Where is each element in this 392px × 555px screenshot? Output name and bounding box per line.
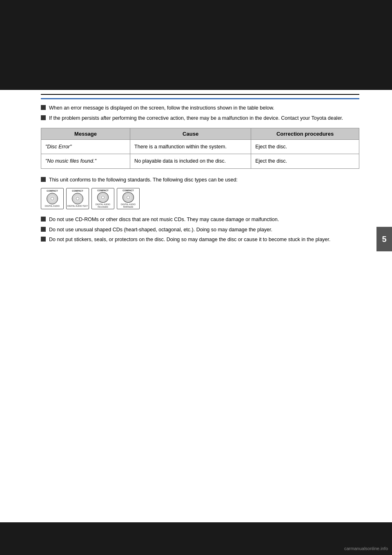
bullet-row-5: Do not use unusual shaped CDs (heart-sha… (41, 226, 359, 234)
cd-logo-3-top: COMPACT (97, 189, 108, 192)
cell-correction-1: Eject the disc. (251, 139, 359, 154)
bullet-row-6: Do not put stickers, seals, or protector… (41, 236, 359, 244)
cd-logo-2: COMPACT DIGITAL AUDIO TEXT (66, 188, 89, 209)
bullet-icon-disc (41, 177, 46, 182)
bullet-section-disc: This unit conforms to the following stan… (41, 176, 359, 184)
cd-logo-4-disc (122, 192, 134, 202)
content-area: When an error message is displayed on th… (0, 90, 392, 264)
cd-logo-3-bottom: DIGITAL AUDIO Recordable (93, 203, 113, 208)
cd-logo-4-bottom: DIGITAL AUDIO ReWritable (118, 203, 138, 208)
cd-logo-2-top: COMPACT (72, 190, 83, 192)
bullet-section-notes: Do not use CD-ROMs or other discs that a… (41, 216, 359, 244)
side-tab-number: 5 (376, 227, 392, 251)
page-container: 5 When an error message is displayed on … (0, 0, 392, 555)
cd-logo-1: COMPACT DIGITAL AUDIO (41, 188, 64, 209)
bullet-icon-4 (41, 217, 46, 222)
bullet-row-1: When an error message is displayed on th… (41, 104, 359, 112)
bullet-text-2: If the problem persists after performing… (49, 114, 359, 122)
bullet-text-disc: This unit conforms to the following stan… (49, 176, 359, 184)
cell-cause-2: No playable data is included on the disc… (130, 154, 251, 169)
bullet-text-6: Do not put stickers, seals, or protector… (49, 236, 359, 244)
col-header-cause: Cause (130, 128, 251, 139)
cd-logo-3-disc (97, 192, 109, 202)
col-header-correction: Correction procedures (251, 128, 359, 139)
cd-logo-1-top: COMPACT (47, 190, 58, 192)
bullet-text-5: Do not use unusual shaped CDs (heart-sha… (49, 226, 359, 234)
bullet-icon-2 (41, 115, 46, 120)
top-black-bar (0, 0, 392, 90)
bullet-row-4: Do not use CD-ROMs or other discs that a… (41, 216, 359, 224)
bullet-row-disc: This unit conforms to the following stan… (41, 176, 359, 184)
bullet-icon-1 (41, 105, 46, 110)
cd-logos-container: COMPACT DIGITAL AUDIO COMPACT DIGITAL AU… (41, 188, 359, 209)
cd-logo-2-bottom: DIGITAL AUDIO TEXT (67, 205, 88, 207)
table-header-row: Message Cause Correction procedures (41, 128, 359, 139)
bottom-black-bar: carmanualsonline.info (0, 522, 392, 555)
cd-logo-4: COMPACT DIGITAL AUDIO ReWritable (117, 188, 140, 209)
col-header-message: Message (41, 128, 130, 139)
bullet-text-1: When an error message is displayed on th… (49, 104, 359, 112)
cell-cause-1: There is a malfunction within the system… (130, 139, 251, 154)
cd-logo-3: COMPACT DIGITAL AUDIO Recordable (91, 188, 114, 209)
top-rule (41, 94, 359, 95)
cd-logo-1-disc (47, 193, 58, 204)
blue-rule (41, 98, 359, 99)
bullet-text-4: Do not use CD-ROMs or other discs that a… (49, 216, 359, 224)
cd-logo-2-disc (72, 193, 83, 204)
error-table: Message Cause Correction procedures "Dis… (41, 128, 359, 169)
cd-logo-4-top: COMPACT (122, 189, 134, 192)
bullet-icon-5 (41, 227, 46, 232)
cell-message-1: "Disc Error" (41, 139, 130, 154)
cell-message-2: "No music files found." (41, 154, 130, 169)
watermark: carmanualsonline.info (344, 546, 388, 551)
cell-correction-2: Eject the disc. (251, 154, 359, 169)
bullet-row-2: If the problem persists after performing… (41, 114, 359, 122)
table-row: "No music files found." No playable data… (41, 154, 359, 169)
table-row: "Disc Error" There is a malfunction with… (41, 139, 359, 154)
bullet-section-1: When an error message is displayed on th… (41, 104, 359, 122)
cd-logo-1-bottom: DIGITAL AUDIO (45, 205, 60, 207)
bullet-icon-6 (41, 237, 46, 242)
